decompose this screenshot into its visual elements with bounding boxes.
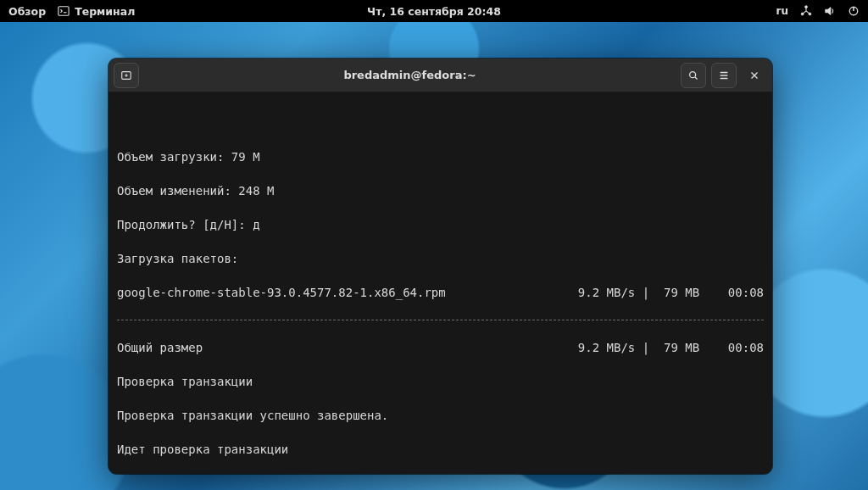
network-icon[interactable] (800, 5, 812, 17)
terminal-content[interactable]: Объем загрузки: 79 M Объем изменений: 24… (108, 92, 772, 474)
separator (117, 320, 764, 320)
new-tab-icon (120, 70, 132, 81)
power-icon[interactable] (848, 5, 860, 17)
term-line: Общий размер 9.2 MB/s | 79 MB 00:08 (117, 339, 764, 356)
term-line: Объем изменений: 248 M (117, 182, 764, 199)
terminal-window: bredadmin@fedora:~ Объем загрузки: 79 M … (108, 58, 772, 474)
topbar-app-label: Терминал (75, 5, 135, 18)
gnome-topbar: Обзор Терминал Чт, 16 сентября 20:48 ru (0, 0, 868, 22)
terminal-icon (58, 5, 70, 17)
term-line: google-chrome-stable-93.0.4577.82-1.x86_… (117, 284, 764, 301)
clock[interactable]: Чт, 16 сентября 20:48 (367, 5, 501, 18)
terminal-app-indicator[interactable]: Терминал (58, 5, 135, 18)
new-tab-button[interactable] (114, 63, 139, 88)
search-icon (687, 70, 699, 81)
term-line: Продолжить? [д/Н]: д (117, 216, 764, 233)
svg-rect-0 (58, 7, 69, 16)
search-button[interactable] (681, 63, 706, 88)
term-line: Идет проверка транзакции (117, 441, 764, 458)
term-line: Объем загрузки: 79 M (117, 148, 764, 165)
close-icon (748, 70, 760, 81)
close-button[interactable] (742, 63, 767, 88)
window-title: bredadmin@fedora:~ (139, 69, 681, 81)
window-titlebar[interactable]: bredadmin@fedora:~ (108, 58, 772, 92)
term-line (117, 114, 764, 131)
term-line: Загрузка пакетов: (117, 250, 764, 267)
hamburger-menu-button[interactable] (711, 63, 737, 88)
term-line: Проверка транзакции успешно завершена. (117, 407, 764, 424)
hamburger-icon (718, 70, 730, 81)
activities-button[interactable]: Обзор (8, 5, 46, 18)
keyboard-layout-indicator[interactable]: ru (776, 5, 788, 17)
svg-point-6 (690, 71, 696, 77)
volume-icon[interactable] (824, 5, 836, 17)
term-line: Проверка транзакции (117, 373, 764, 390)
svg-point-1 (805, 6, 808, 8)
